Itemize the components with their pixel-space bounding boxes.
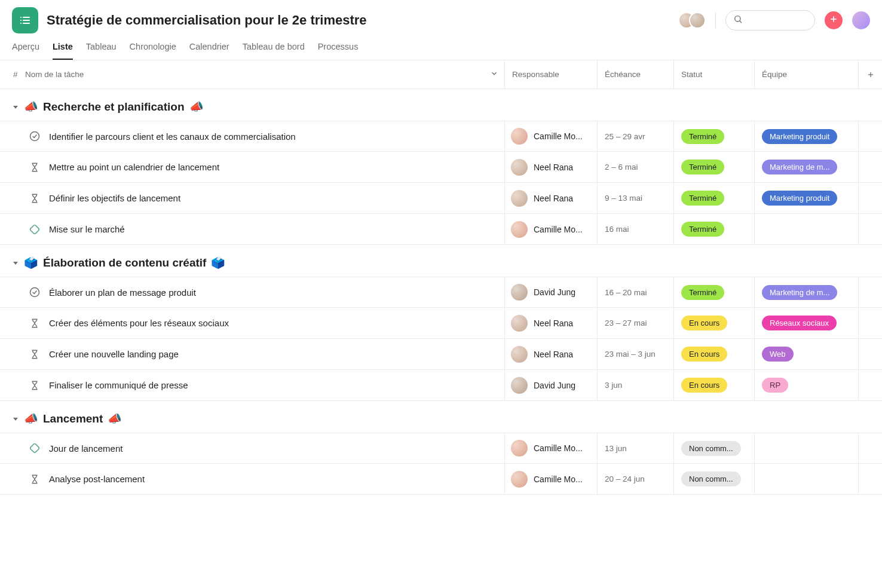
- status-badge: Terminé: [681, 129, 724, 144]
- tab-chronologie[interactable]: Chronologie: [130, 42, 176, 60]
- cell-responsible[interactable]: Neel Rana: [504, 339, 597, 369]
- section-emoji: 🗳️: [24, 256, 38, 270]
- cell-status[interactable]: Terminé: [673, 121, 754, 151]
- cell-status[interactable]: En cours: [673, 308, 754, 338]
- task-row[interactable]: Mise sur le marchéCamille Mo...16 maiTer…: [0, 214, 882, 245]
- cell-status[interactable]: Non comm...: [673, 464, 754, 494]
- task-row[interactable]: Définir les objectifs de lancementNeel R…: [0, 183, 882, 214]
- user-avatar[interactable]: [852, 11, 870, 29]
- svg-point-6: [735, 16, 740, 22]
- task-name: Identifier le parcours client et les can…: [49, 131, 296, 142]
- cell-team[interactable]: [754, 464, 858, 494]
- cell-team[interactable]: Marketing de m...: [754, 277, 858, 307]
- tab-processus[interactable]: Processus: [318, 42, 359, 60]
- cell-due[interactable]: 23 mai – 3 jun: [597, 339, 673, 369]
- task-row[interactable]: Créer des éléments pour les réseaux soci…: [0, 308, 882, 339]
- status-badge: Terminé: [681, 285, 724, 300]
- cell-team[interactable]: [754, 214, 858, 244]
- tab-calendrier[interactable]: Calendrier: [189, 42, 229, 60]
- cell-team[interactable]: Marketing produit: [754, 121, 858, 151]
- cell-trailing: [858, 152, 882, 182]
- task-name: Mise sur le marché: [49, 224, 125, 234]
- task-row[interactable]: Jour de lancementCamille Mo...13 junNon …: [0, 433, 882, 464]
- member-avatar: [689, 12, 706, 29]
- cell-responsible[interactable]: Camille Mo...: [504, 464, 597, 494]
- cell-status[interactable]: Terminé: [673, 277, 754, 307]
- cell-due[interactable]: 2 – 6 mai: [597, 152, 673, 182]
- cell-team[interactable]: Web: [754, 339, 858, 369]
- caret-down-icon: [12, 100, 19, 114]
- cell-responsible[interactable]: Neel Rana: [504, 152, 597, 182]
- status-badge: Terminé: [681, 160, 724, 174]
- cell-due[interactable]: 9 – 13 mai: [597, 183, 673, 213]
- task-row[interactable]: Mettre au point un calendrier de lanceme…: [0, 152, 882, 183]
- member-avatar-stack[interactable]: [678, 12, 706, 29]
- column-status[interactable]: Statut: [681, 70, 702, 79]
- plus-icon: [829, 14, 838, 26]
- cell-team[interactable]: Marketing produit: [754, 183, 858, 213]
- search-input[interactable]: [746, 16, 807, 25]
- cell-responsible[interactable]: David Jung: [504, 370, 597, 400]
- cell-trailing: [858, 214, 882, 244]
- status-badge: Non comm...: [681, 441, 741, 456]
- section-header[interactable]: 📣Recherche et planification📣: [0, 89, 882, 121]
- cell-responsible[interactable]: David Jung: [504, 277, 597, 307]
- cell-due[interactable]: 3 jun: [597, 370, 673, 400]
- project-title[interactable]: Stratégie de commercialisation pour le 2…: [47, 13, 670, 28]
- cell-responsible[interactable]: Neel Rana: [504, 183, 597, 213]
- cell-status[interactable]: En cours: [673, 370, 754, 400]
- column-header-row: # Nom de la tâche Responsable Échéance S…: [0, 60, 882, 89]
- cell-due[interactable]: 13 jun: [597, 433, 673, 463]
- add-column-button[interactable]: [858, 60, 882, 88]
- cell-responsible[interactable]: Camille Mo...: [504, 433, 597, 463]
- task-row[interactable]: Créer une nouvelle landing pageNeel Rana…: [0, 339, 882, 370]
- column-task-name[interactable]: Nom de la tâche: [25, 70, 84, 79]
- task-row[interactable]: Finaliser le communiqué de presseDavid J…: [0, 370, 882, 401]
- chevron-down-icon[interactable]: [490, 69, 498, 79]
- cell-status[interactable]: En cours: [673, 339, 754, 369]
- task-row[interactable]: Identifier le parcours client et les can…: [0, 121, 882, 152]
- svg-marker-15: [13, 262, 18, 265]
- section-emoji: 📣: [189, 100, 204, 114]
- task-row[interactable]: Élaborer un plan de message produitDavid…: [0, 277, 882, 308]
- section-title: Lancement: [43, 412, 103, 425]
- cell-team[interactable]: RP: [754, 370, 858, 400]
- section-header[interactable]: 📣Lancement📣: [0, 401, 882, 433]
- cell-status[interactable]: Terminé: [673, 214, 754, 244]
- cell-team[interactable]: Marketing de m...: [754, 152, 858, 182]
- cell-status[interactable]: Terminé: [673, 183, 754, 213]
- project-icon[interactable]: [12, 7, 38, 33]
- search-box[interactable]: [725, 10, 815, 30]
- cell-trailing: [858, 277, 882, 307]
- status-badge: Non comm...: [681, 471, 741, 486]
- column-team[interactable]: Équipe: [762, 70, 787, 79]
- cell-due[interactable]: 23 – 27 mai: [597, 308, 673, 338]
- cell-due[interactable]: 25 – 29 avr: [597, 121, 673, 151]
- tab-aperçu[interactable]: Aperçu: [12, 42, 39, 60]
- cell-responsible[interactable]: Camille Mo...: [504, 214, 597, 244]
- cell-due[interactable]: 16 – 20 mai: [597, 277, 673, 307]
- cell-status[interactable]: Terminé: [673, 152, 754, 182]
- assignee-avatar: [511, 284, 528, 301]
- section-emoji: 🗳️: [211, 256, 225, 270]
- tab-tableau[interactable]: Tableau: [86, 42, 117, 60]
- cell-team[interactable]: [754, 433, 858, 463]
- hourglass-icon: [29, 317, 41, 329]
- assignee-name: Neel Rana: [534, 163, 573, 172]
- column-due[interactable]: Échéance: [605, 70, 641, 79]
- cell-due[interactable]: 16 mai: [597, 214, 673, 244]
- cell-responsible[interactable]: Neel Rana: [504, 308, 597, 338]
- tab-tableau-de-bord[interactable]: Tableau de bord: [243, 42, 305, 60]
- task-name: Finaliser le communiqué de presse: [49, 380, 188, 390]
- section-header[interactable]: 🗳️Élaboration de contenu créatif🗳️: [0, 245, 882, 277]
- add-button[interactable]: [825, 11, 843, 29]
- cell-team[interactable]: Réseaux sociaux: [754, 308, 858, 338]
- cell-due[interactable]: 20 – 24 jun: [597, 464, 673, 494]
- team-badge: RP: [762, 378, 788, 393]
- cell-status[interactable]: Non comm...: [673, 433, 754, 463]
- cell-responsible[interactable]: Camille Mo...: [504, 121, 597, 151]
- column-responsible[interactable]: Responsable: [512, 70, 559, 79]
- team-badge: Marketing de m...: [762, 160, 837, 174]
- tab-liste[interactable]: Liste: [53, 42, 73, 60]
- task-row[interactable]: Analyse post-lancementCamille Mo...20 – …: [0, 464, 882, 495]
